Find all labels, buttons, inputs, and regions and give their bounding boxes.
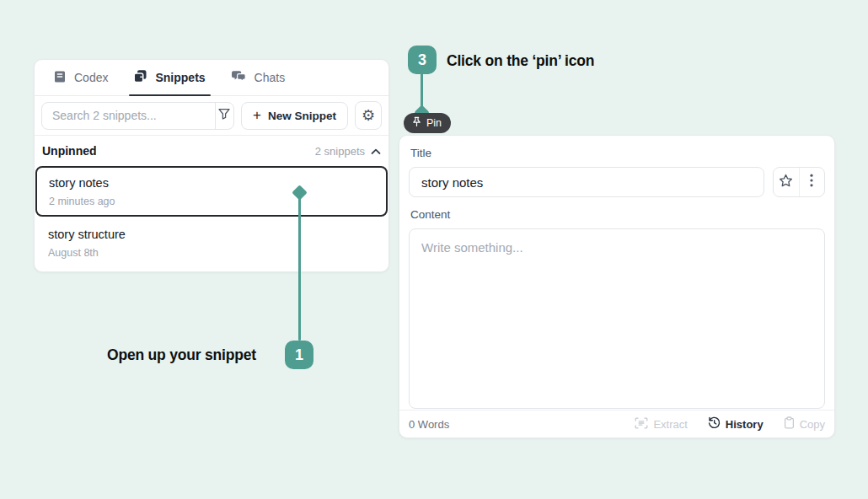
section-title: Unpinned: [42, 144, 97, 158]
copy-label: Copy: [800, 418, 825, 431]
snippet-editor-panel: Title Content 0 Words: [399, 135, 835, 438]
tab-snippets-label: Snippets: [155, 71, 205, 84]
new-snippet-label: New Snippet: [268, 110, 336, 122]
title-row: [409, 167, 825, 197]
step-1-connector-line: [298, 196, 301, 341]
history-label: History: [726, 418, 764, 431]
content-label: Content: [410, 208, 825, 221]
favorite-button[interactable]: [774, 168, 799, 196]
extract-button[interactable]: Extract: [635, 417, 687, 432]
editor-footer: 0 Words Extract History: [399, 410, 834, 437]
content-textarea[interactable]: [409, 228, 825, 409]
step-1-number: 1: [295, 346, 303, 364]
snippet-timestamp: August 8th: [48, 247, 375, 259]
step-3-number: 3: [418, 51, 426, 69]
snippets-panel: Codex Snippets Chats: [34, 59, 389, 272]
plus-icon: +: [253, 108, 261, 122]
snippet-count: 2 snippets: [315, 145, 365, 158]
tab-chats-label: Chats: [255, 71, 286, 84]
snippet-item-story-notes[interactable]: story notes 2 minutes ago: [35, 166, 388, 217]
title-label: Title: [410, 147, 825, 159]
panel-tabs: Codex Snippets Chats: [35, 60, 388, 96]
search-box: [41, 102, 234, 130]
tab-snippets[interactable]: Snippets: [133, 60, 205, 95]
step-3-badge: 3: [408, 46, 437, 74]
filter-button[interactable]: [216, 103, 233, 129]
tab-codex[interactable]: Codex: [53, 60, 108, 95]
footer-actions: Extract History Copy: [635, 416, 825, 432]
tab-chats[interactable]: Chats: [231, 60, 286, 95]
word-count: 0 Words: [409, 418, 449, 431]
settings-button[interactable]: ⚙: [355, 101, 382, 130]
history-icon: [708, 416, 721, 432]
unpinned-section-header: Unpinned 2 snippets: [35, 136, 388, 166]
snippets-toolbar: + New Snippet ⚙: [35, 96, 388, 136]
snippet-item-story-structure[interactable]: story structure August 8th: [35, 217, 388, 270]
step-1-text: Open up your snippet: [107, 343, 256, 367]
tutorial-screenshot: Codex Snippets Chats: [0, 0, 868, 499]
pushpin-icon: [411, 116, 422, 130]
snippets-stack-icon: [133, 69, 147, 86]
tab-codex-label: Codex: [74, 71, 108, 84]
book-icon: [53, 70, 67, 86]
search-input[interactable]: [42, 103, 215, 129]
snippet-timestamp: 2 minutes ago: [49, 196, 374, 207]
kebab-menu-icon: [810, 174, 813, 190]
title-actions-group: [773, 167, 825, 197]
title-input[interactable]: [409, 167, 764, 197]
step-3-text: Click on the ‘pin’ icon: [447, 49, 594, 72]
extract-label: Extract: [653, 418, 687, 431]
copy-button[interactable]: Copy: [784, 416, 825, 432]
new-snippet-button[interactable]: + New Snippet: [241, 102, 348, 130]
pin-button[interactable]: Pin: [404, 113, 451, 133]
more-options-button[interactable]: [800, 168, 825, 196]
filter-funnel-icon: [217, 107, 231, 124]
chat-bubbles-icon: [231, 70, 247, 86]
section-collapse-toggle[interactable]: 2 snippets: [315, 143, 381, 158]
chevron-up-icon: [371, 143, 381, 158]
gear-icon: ⚙: [362, 108, 375, 123]
step-1-badge: 1: [285, 341, 313, 369]
pin-label: Pin: [426, 117, 442, 129]
extract-icon: [635, 417, 648, 432]
copy-clipboard-icon: [784, 416, 795, 432]
snippet-title: story structure: [48, 228, 375, 241]
snippet-title: story notes: [49, 176, 374, 190]
history-button[interactable]: History: [708, 416, 764, 432]
star-icon: [778, 173, 794, 192]
